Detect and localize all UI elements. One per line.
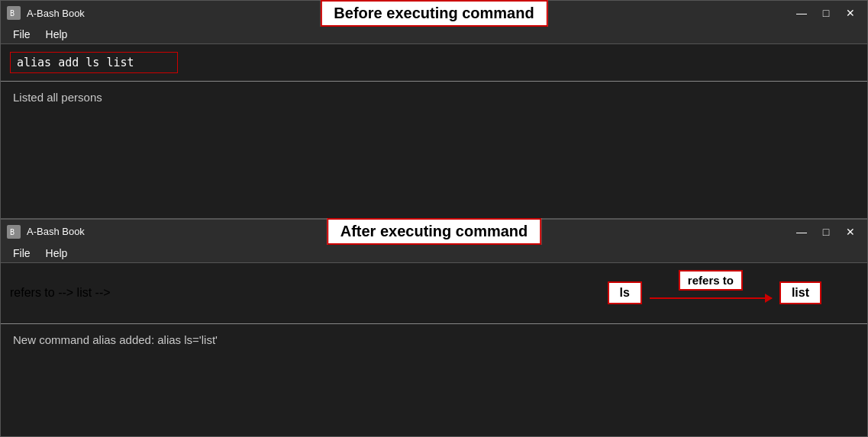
after-menu-help[interactable]: Help	[40, 246, 74, 261]
before-window-controls: — □ ✕	[791, 5, 861, 21]
after-minimize-button[interactable]: —	[791, 223, 812, 240]
app-logo-icon: B	[7, 6, 21, 20]
after-close-button[interactable]: ✕	[840, 223, 861, 240]
after-window: B A-Bash Book After executing command — …	[0, 219, 868, 438]
before-command-input-area	[1, 44, 867, 82]
after-maximize-button[interactable]: □	[815, 223, 837, 240]
before-result-text: Listed all persons	[13, 91, 102, 104]
app-logo-icon-2: B	[7, 225, 21, 239]
after-result-text: New command alias added: alias ls='list'	[13, 333, 218, 346]
before-menu-help[interactable]: Help	[40, 27, 74, 42]
after-menu-file[interactable]: File	[7, 246, 37, 261]
svg-text:B: B	[10, 228, 15, 236]
after-window-controls: — □ ✕	[791, 223, 861, 240]
after-command-display-area: refers to --> list --> ls refers to list	[1, 263, 867, 324]
alias-diagram: ls refers to list	[608, 281, 821, 304]
before-maximize-button[interactable]: □	[815, 5, 837, 21]
refers-to-label: refers to	[679, 270, 743, 291]
before-title-bar: B A-Bash Book Before executing command —…	[1, 1, 867, 25]
after-app-title: A-Bash Book	[27, 226, 85, 237]
before-app-title: A-Bash Book	[27, 8, 85, 19]
after-result-area: New command alias added: alias ls='list'	[1, 324, 867, 437]
after-annotation: After executing command	[327, 218, 542, 245]
alias-from-box: ls	[608, 281, 642, 304]
before-close-button[interactable]: ✕	[840, 5, 861, 21]
before-menu-bar: File Help	[1, 25, 867, 44]
arrow-with-label: refers to	[642, 287, 779, 299]
after-menu-bar: File Help	[1, 244, 867, 263]
alias-to-box: list	[779, 281, 821, 304]
before-result-area: Listed all persons	[1, 82, 867, 218]
before-annotation: Before executing command	[320, 0, 547, 27]
before-window: B A-Bash Book Before executing command —…	[0, 0, 868, 219]
before-minimize-button[interactable]: —	[791, 5, 812, 21]
alias-arrow	[650, 297, 772, 299]
before-menu-file[interactable]: File	[7, 27, 37, 42]
after-title-bar: B A-Bash Book After executing command — …	[1, 220, 867, 244]
before-command-input[interactable]	[10, 52, 178, 73]
svg-text:B: B	[10, 9, 15, 18]
